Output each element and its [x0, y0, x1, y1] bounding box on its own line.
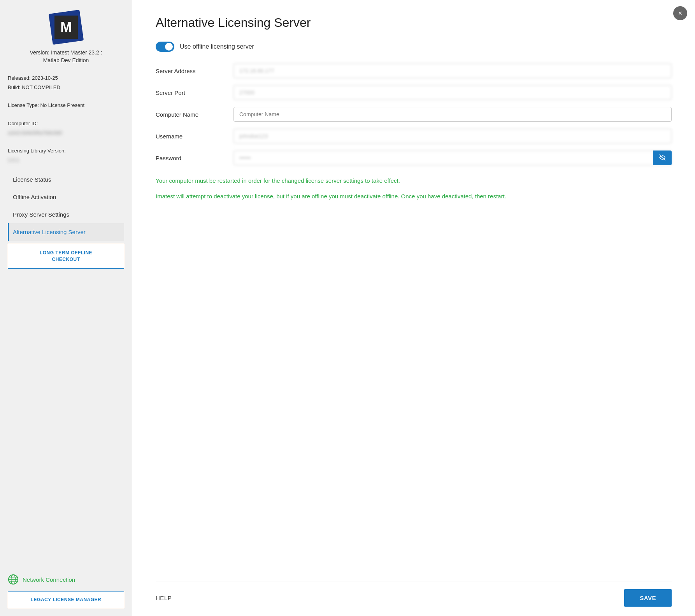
password-input-wrap [233, 150, 672, 165]
network-connection-label: Network Connection [23, 576, 75, 583]
main-content: × Alternative Licensing Server Use offli… [132, 0, 695, 616]
computer-id-value: a1b2c3d4e5f6a7b8c9d0 [8, 128, 124, 137]
logo-letter: M [60, 19, 72, 35]
help-label: HELP [156, 595, 172, 601]
sidebar-item-label: Proxy Server Settings [13, 211, 69, 218]
info-text-restart: Your computer must be restarted in order… [156, 176, 672, 186]
server-address-row: Server Address [156, 63, 672, 78]
sidebar-item-label: Alternative Licensing Server [13, 229, 86, 235]
build-label: Build: NOT COMPILED [8, 83, 124, 92]
username-input-wrap [233, 129, 672, 144]
page-title: Alternative Licensing Server [156, 16, 672, 30]
sidebar: M Version: Imatest Master 23.2 : Matlab … [0, 0, 132, 616]
save-button[interactable]: SAVE [624, 589, 672, 607]
password-row: Password [156, 150, 672, 165]
licensing-lib-label: Licensing Library Version: [8, 146, 124, 155]
computer-name-input[interactable] [233, 107, 672, 122]
server-port-row: Server Port [156, 85, 672, 100]
server-address-label: Server Address [156, 68, 226, 74]
server-address-input-wrap [233, 63, 672, 78]
username-row: Username [156, 129, 672, 144]
username-input[interactable] [233, 129, 672, 144]
long-term-btn-label: LONG TERM OFFLINECHECKOUT [40, 250, 92, 262]
logo-area: M Version: Imatest Master 23.2 : Matlab … [8, 12, 124, 64]
sidebar-bottom: Network Connection LEGACY LICENSE MANAGE… [8, 572, 124, 608]
licensing-lib-value: 1.0.1 [8, 156, 124, 164]
password-label: Password [156, 155, 226, 161]
username-label: Username [156, 133, 226, 140]
sidebar-item-label: Offline Activation [13, 194, 56, 200]
sidebar-item-offline-activation[interactable]: Offline Activation [8, 188, 124, 206]
license-type-label: License Type: No License Present [8, 101, 124, 110]
password-visibility-toggle[interactable] [653, 150, 672, 165]
server-port-input-wrap [233, 85, 672, 100]
computer-name-row: Computer Name [156, 107, 672, 122]
offline-server-toggle[interactable] [156, 42, 174, 52]
sidebar-item-proxy-server-settings[interactable]: Proxy Server Settings [8, 206, 124, 223]
computer-name-label: Computer Name [156, 111, 226, 118]
logo-inner: M [54, 16, 78, 39]
server-address-input[interactable] [233, 63, 672, 78]
eye-off-icon [658, 154, 666, 163]
computer-name-input-wrap [233, 107, 672, 122]
computer-id-label: Computer ID: [8, 119, 124, 128]
sidebar-nav: License Status Offline Activation Proxy … [8, 171, 124, 572]
server-port-label: Server Port [156, 89, 226, 96]
released-label: Released: 2023-10-25 [8, 74, 124, 82]
version-line2: Matlab Dev Edition [43, 57, 89, 63]
save-label: SAVE [640, 595, 656, 601]
footer-bar: HELP SAVE [156, 581, 672, 616]
password-input[interactable] [233, 150, 672, 165]
toggle-label: Use offline licensing server [180, 43, 254, 50]
sidebar-item-label: License Status [13, 176, 51, 183]
close-button[interactable]: × [673, 6, 687, 20]
sidebar-info: Released: 2023-10-25 Build: NOT COMPILED… [8, 74, 124, 164]
logo-box: M [48, 10, 83, 45]
close-icon: × [678, 9, 683, 18]
version-line1: Version: Imatest Master 23.2 : [30, 49, 102, 56]
network-connection: Network Connection [8, 572, 124, 586]
globe-icon [8, 574, 19, 585]
toggle-slider [156, 42, 174, 52]
toggle-row: Use offline licensing server [156, 42, 672, 52]
sidebar-item-alternative-licensing-server[interactable]: Alternative Licensing Server [8, 223, 124, 241]
help-button[interactable]: HELP [156, 595, 172, 601]
server-port-input[interactable] [233, 85, 672, 100]
sidebar-item-license-status[interactable]: License Status [8, 171, 124, 188]
info-text-deactivate: Imatest will attempt to deactivate your … [156, 192, 672, 201]
form-area: Server Address Server Port Computer Name… [156, 63, 672, 165]
legacy-btn-label: LEGACY LICENSE MANAGER [31, 597, 101, 602]
long-term-offline-checkout-button[interactable]: LONG TERM OFFLINECHECKOUT [8, 244, 124, 269]
legacy-license-manager-button[interactable]: LEGACY LICENSE MANAGER [8, 591, 124, 608]
version-text: Version: Imatest Master 23.2 : Matlab De… [30, 49, 102, 64]
